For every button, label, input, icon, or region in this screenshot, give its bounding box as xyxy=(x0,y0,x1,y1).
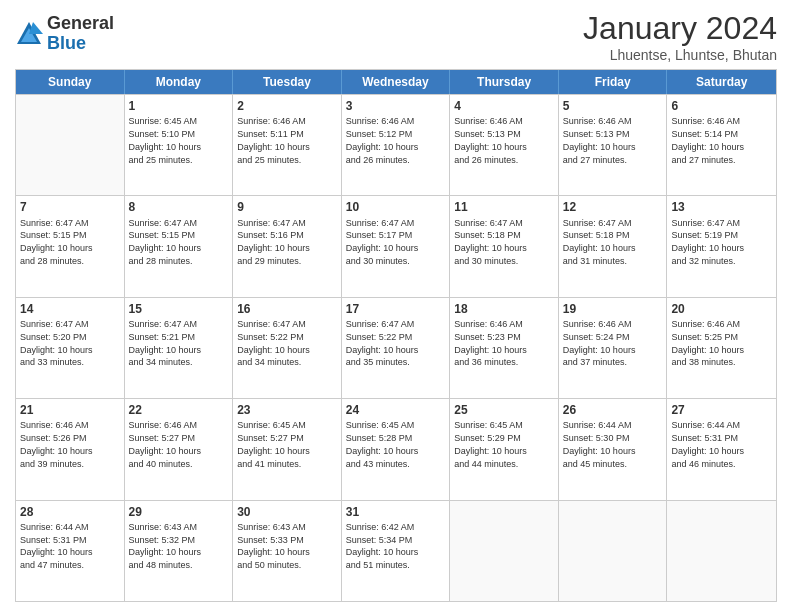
day-number: 31 xyxy=(346,504,446,520)
svg-marker-2 xyxy=(29,22,43,34)
calendar: SundayMondayTuesdayWednesdayThursdayFrid… xyxy=(15,69,777,602)
logo-text: General Blue xyxy=(47,14,114,54)
day-number: 2 xyxy=(237,98,337,114)
day-number: 10 xyxy=(346,199,446,215)
header-day-tuesday: Tuesday xyxy=(233,70,342,94)
day-info: Sunrise: 6:45 AM Sunset: 5:10 PM Dayligh… xyxy=(129,116,202,164)
header-day-monday: Monday xyxy=(125,70,234,94)
month-title: January 2024 xyxy=(583,10,777,47)
calendar-day-12: 12Sunrise: 6:47 AM Sunset: 5:18 PM Dayli… xyxy=(559,196,668,296)
day-info: Sunrise: 6:43 AM Sunset: 5:32 PM Dayligh… xyxy=(129,522,202,570)
calendar-day-21: 21Sunrise: 6:46 AM Sunset: 5:26 PM Dayli… xyxy=(16,399,125,499)
day-info: Sunrise: 6:44 AM Sunset: 5:31 PM Dayligh… xyxy=(671,420,744,468)
day-info: Sunrise: 6:47 AM Sunset: 5:21 PM Dayligh… xyxy=(129,319,202,367)
header-day-friday: Friday xyxy=(559,70,668,94)
day-number: 14 xyxy=(20,301,120,317)
calendar-row-4: 21Sunrise: 6:46 AM Sunset: 5:26 PM Dayli… xyxy=(16,398,776,499)
day-info: Sunrise: 6:47 AM Sunset: 5:22 PM Dayligh… xyxy=(346,319,419,367)
calendar-day-3: 3Sunrise: 6:46 AM Sunset: 5:12 PM Daylig… xyxy=(342,95,451,195)
header-day-sunday: Sunday xyxy=(16,70,125,94)
day-number: 15 xyxy=(129,301,229,317)
day-number: 17 xyxy=(346,301,446,317)
calendar-day-27: 27Sunrise: 6:44 AM Sunset: 5:31 PM Dayli… xyxy=(667,399,776,499)
calendar-day-16: 16Sunrise: 6:47 AM Sunset: 5:22 PM Dayli… xyxy=(233,298,342,398)
calendar-day-15: 15Sunrise: 6:47 AM Sunset: 5:21 PM Dayli… xyxy=(125,298,234,398)
day-number: 5 xyxy=(563,98,663,114)
day-number: 3 xyxy=(346,98,446,114)
day-number: 8 xyxy=(129,199,229,215)
header-day-thursday: Thursday xyxy=(450,70,559,94)
calendar-day-31: 31Sunrise: 6:42 AM Sunset: 5:34 PM Dayli… xyxy=(342,501,451,601)
calendar-header: SundayMondayTuesdayWednesdayThursdayFrid… xyxy=(16,70,776,94)
day-info: Sunrise: 6:47 AM Sunset: 5:15 PM Dayligh… xyxy=(129,218,202,266)
calendar-day-19: 19Sunrise: 6:46 AM Sunset: 5:24 PM Dayli… xyxy=(559,298,668,398)
day-number: 20 xyxy=(671,301,772,317)
day-number: 1 xyxy=(129,98,229,114)
day-info: Sunrise: 6:46 AM Sunset: 5:27 PM Dayligh… xyxy=(129,420,202,468)
calendar-day-13: 13Sunrise: 6:47 AM Sunset: 5:19 PM Dayli… xyxy=(667,196,776,296)
calendar-day-1: 1Sunrise: 6:45 AM Sunset: 5:10 PM Daylig… xyxy=(125,95,234,195)
day-info: Sunrise: 6:46 AM Sunset: 5:13 PM Dayligh… xyxy=(563,116,636,164)
day-info: Sunrise: 6:44 AM Sunset: 5:30 PM Dayligh… xyxy=(563,420,636,468)
calendar-row-1: 1Sunrise: 6:45 AM Sunset: 5:10 PM Daylig… xyxy=(16,94,776,195)
day-info: Sunrise: 6:47 AM Sunset: 5:20 PM Dayligh… xyxy=(20,319,93,367)
day-number: 24 xyxy=(346,402,446,418)
day-info: Sunrise: 6:47 AM Sunset: 5:18 PM Dayligh… xyxy=(563,218,636,266)
calendar-day-24: 24Sunrise: 6:45 AM Sunset: 5:28 PM Dayli… xyxy=(342,399,451,499)
calendar-day-9: 9Sunrise: 6:47 AM Sunset: 5:16 PM Daylig… xyxy=(233,196,342,296)
logo-icon xyxy=(15,20,43,48)
calendar-day-6: 6Sunrise: 6:46 AM Sunset: 5:14 PM Daylig… xyxy=(667,95,776,195)
day-info: Sunrise: 6:47 AM Sunset: 5:19 PM Dayligh… xyxy=(671,218,744,266)
calendar-body: 1Sunrise: 6:45 AM Sunset: 5:10 PM Daylig… xyxy=(16,94,776,601)
day-info: Sunrise: 6:47 AM Sunset: 5:22 PM Dayligh… xyxy=(237,319,310,367)
day-number: 16 xyxy=(237,301,337,317)
day-number: 19 xyxy=(563,301,663,317)
day-info: Sunrise: 6:46 AM Sunset: 5:25 PM Dayligh… xyxy=(671,319,744,367)
day-number: 30 xyxy=(237,504,337,520)
calendar-day-14: 14Sunrise: 6:47 AM Sunset: 5:20 PM Dayli… xyxy=(16,298,125,398)
day-info: Sunrise: 6:46 AM Sunset: 5:23 PM Dayligh… xyxy=(454,319,527,367)
day-info: Sunrise: 6:46 AM Sunset: 5:13 PM Dayligh… xyxy=(454,116,527,164)
calendar-day-28: 28Sunrise: 6:44 AM Sunset: 5:31 PM Dayli… xyxy=(16,501,125,601)
day-info: Sunrise: 6:45 AM Sunset: 5:29 PM Dayligh… xyxy=(454,420,527,468)
day-number: 18 xyxy=(454,301,554,317)
day-info: Sunrise: 6:46 AM Sunset: 5:14 PM Dayligh… xyxy=(671,116,744,164)
logo-general-label: General xyxy=(47,14,114,34)
calendar-day-10: 10Sunrise: 6:47 AM Sunset: 5:17 PM Dayli… xyxy=(342,196,451,296)
day-info: Sunrise: 6:45 AM Sunset: 5:27 PM Dayligh… xyxy=(237,420,310,468)
day-info: Sunrise: 6:47 AM Sunset: 5:16 PM Dayligh… xyxy=(237,218,310,266)
day-info: Sunrise: 6:47 AM Sunset: 5:18 PM Dayligh… xyxy=(454,218,527,266)
calendar-row-5: 28Sunrise: 6:44 AM Sunset: 5:31 PM Dayli… xyxy=(16,500,776,601)
calendar-day-11: 11Sunrise: 6:47 AM Sunset: 5:18 PM Dayli… xyxy=(450,196,559,296)
day-number: 9 xyxy=(237,199,337,215)
header-day-wednesday: Wednesday xyxy=(342,70,451,94)
calendar-empty-cell xyxy=(450,501,559,601)
calendar-empty-cell xyxy=(667,501,776,601)
calendar-day-25: 25Sunrise: 6:45 AM Sunset: 5:29 PM Dayli… xyxy=(450,399,559,499)
calendar-day-29: 29Sunrise: 6:43 AM Sunset: 5:32 PM Dayli… xyxy=(125,501,234,601)
title-section: January 2024 Lhuentse, Lhuntse, Bhutan xyxy=(583,10,777,63)
day-number: 29 xyxy=(129,504,229,520)
day-info: Sunrise: 6:42 AM Sunset: 5:34 PM Dayligh… xyxy=(346,522,419,570)
location-subtitle: Lhuentse, Lhuntse, Bhutan xyxy=(583,47,777,63)
day-number: 23 xyxy=(237,402,337,418)
calendar-empty-cell xyxy=(559,501,668,601)
day-info: Sunrise: 6:43 AM Sunset: 5:33 PM Dayligh… xyxy=(237,522,310,570)
header-day-saturday: Saturday xyxy=(667,70,776,94)
calendar-day-20: 20Sunrise: 6:46 AM Sunset: 5:25 PM Dayli… xyxy=(667,298,776,398)
calendar-day-22: 22Sunrise: 6:46 AM Sunset: 5:27 PM Dayli… xyxy=(125,399,234,499)
day-info: Sunrise: 6:44 AM Sunset: 5:31 PM Dayligh… xyxy=(20,522,93,570)
calendar-day-17: 17Sunrise: 6:47 AM Sunset: 5:22 PM Dayli… xyxy=(342,298,451,398)
calendar-empty-cell xyxy=(16,95,125,195)
day-number: 7 xyxy=(20,199,120,215)
calendar-day-23: 23Sunrise: 6:45 AM Sunset: 5:27 PM Dayli… xyxy=(233,399,342,499)
calendar-day-30: 30Sunrise: 6:43 AM Sunset: 5:33 PM Dayli… xyxy=(233,501,342,601)
calendar-row-2: 7Sunrise: 6:47 AM Sunset: 5:15 PM Daylig… xyxy=(16,195,776,296)
calendar-day-7: 7Sunrise: 6:47 AM Sunset: 5:15 PM Daylig… xyxy=(16,196,125,296)
logo: General Blue xyxy=(15,14,114,54)
day-number: 27 xyxy=(671,402,772,418)
day-info: Sunrise: 6:46 AM Sunset: 5:24 PM Dayligh… xyxy=(563,319,636,367)
calendar-day-5: 5Sunrise: 6:46 AM Sunset: 5:13 PM Daylig… xyxy=(559,95,668,195)
header: General Blue January 2024 Lhuentse, Lhun… xyxy=(15,10,777,63)
day-number: 12 xyxy=(563,199,663,215)
